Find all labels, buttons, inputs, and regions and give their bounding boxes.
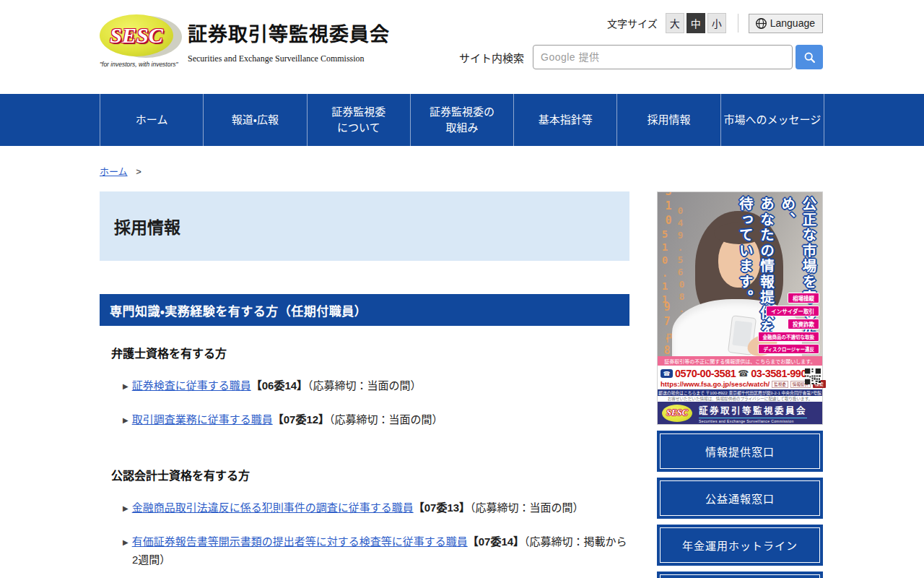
bullet-triangle-icon: ▶	[123, 538, 128, 546]
page-title: 採用情報	[114, 214, 180, 238]
job-note: （応募締切：当面の間）	[329, 413, 443, 426]
language-label: Language	[770, 17, 815, 29]
sidebar-button-label: 年金運用ホットライン	[660, 527, 820, 563]
sidebar-button-joho-teikyo[interactable]: 情報提供窓口	[657, 431, 823, 472]
mini-logo-acronym: SESC	[666, 407, 687, 418]
group-heading-accountant: 公認会計士資格を有する方	[111, 466, 629, 483]
sidebar-button-cutoff[interactable]	[657, 571, 823, 578]
list-item: ▶金融商品取引法違反に係る犯則事件の調査に従事する職員【07委13】（応募締切：…	[123, 499, 629, 517]
sidebar-button-label: 公益通報窓口	[660, 480, 820, 516]
nav-item-guidelines[interactable]: 基本指針等	[513, 94, 616, 146]
info-campaign-banner[interactable]: 310 510.11 049.56 97.87 08.12 8.5 円 公正な市…	[657, 191, 823, 425]
campaign-photo: 310 510.11 049.56 97.87 08.12 8.5 円 公正な市…	[658, 192, 822, 366]
job-code: 【07委12】	[273, 413, 329, 426]
search-icon	[803, 51, 816, 64]
nav-item-message[interactable]: 市場へのメッセージ	[720, 94, 824, 146]
job-link[interactable]: 有価証券報告書等開示書類の提出者等に対する検査等に従事する職員	[132, 535, 468, 548]
mail-address-strip: 郵送の場合はこちらまで 〒100-8922 東京都千代田区霞が関3-2-1 中央…	[658, 389, 822, 396]
privacy-note: お寄せいただいた情報は、情報提供者のプライバシーに配慮して取り扱います。	[658, 396, 822, 402]
badge: インサイダー取引	[766, 306, 819, 316]
sesc-mini-logo: SESC	[662, 405, 694, 422]
nav-item-about[interactable]: 証券監視委 について	[307, 94, 410, 146]
font-size-large-button[interactable]: 大	[666, 13, 684, 33]
sidebar-button-koeki-tsuho[interactable]: 公益通報窓口	[657, 478, 823, 519]
bullet-triangle-icon: ▶	[123, 382, 128, 390]
font-size-medium-button[interactable]: 中	[687, 13, 705, 33]
nav-item-press[interactable]: 報道・広報	[203, 94, 306, 146]
ticker-number: 310	[662, 192, 675, 228]
badge: 投資詐欺	[788, 319, 819, 329]
site-header: SESC "for investors, with investors" 証券取…	[0, 0, 924, 94]
list-item: ▶有価証券報告書等開示書類の提出者等に対する検査等に従事する職員【07委14】（…	[123, 532, 629, 569]
sidebar-button-label	[660, 574, 820, 578]
nav-item-recruit[interactable]: 採用情報	[616, 94, 720, 146]
site-search-input[interactable]	[533, 45, 793, 69]
navidial-icon: ☎	[661, 369, 673, 378]
logo-ellipse: SESC	[100, 14, 173, 56]
logo-tagline: "for investors, with investors"	[100, 61, 185, 68]
sesc-logo[interactable]: SESC "for investors, with investors"	[100, 14, 185, 68]
group-heading-lawyer: 弁護士資格を有する方	[111, 344, 629, 361]
divider	[738, 14, 738, 33]
sidebar: 310 510.11 049.56 97.87 08.12 8.5 円 公正な市…	[657, 191, 823, 578]
watch-site-url[interactable]: https://www.fsa.go.jp/sesc/watch/	[661, 380, 770, 388]
search-keyword-tag: 監視委	[772, 381, 788, 388]
global-nav: ホーム 報道・広報 証券監視委 について 証券監視委の 取組み 基本指針等 採用…	[0, 94, 924, 146]
page-title-box: 採用情報	[100, 191, 629, 261]
ticker-number: 049.56	[675, 205, 686, 279]
logo-acronym: SESC	[110, 23, 162, 48]
contact-box: ☎ 0570-00-3581 ☎ 03-3581-9909 https://ww…	[658, 366, 822, 389]
violation-badges: 相場操縦 インサイダー取引 投資詐欺 金融商品の不適切な取扱 ディスクロージャー…	[758, 293, 820, 354]
job-code: 【07委14】	[468, 535, 524, 548]
org-subtitle: Securities and Exchange Surveillance Com…	[188, 53, 390, 64]
bullet-triangle-icon: ▶	[123, 416, 128, 424]
sidebar-button-nenkin-hotline[interactable]: 年金運用ホットライン	[657, 525, 823, 566]
phone-number-navidial: 0570-00-3581	[675, 368, 736, 379]
nav-item-initiatives[interactable]: 証券監視委の 取組み	[410, 94, 513, 146]
section-heading: 専門知識・実務経験を有する方（任期付職員）	[110, 301, 367, 319]
badge: ディスクロージャー違反	[758, 344, 819, 354]
breadcrumb-home-link[interactable]: ホーム	[100, 166, 128, 177]
nav-item-home[interactable]: ホーム	[100, 94, 203, 146]
section-heading-bar: 専門知識・実務経験を有する方（任期付職員）	[100, 294, 629, 326]
sesc-banner-strip: SESC 証券取引等監視委員会 Securities and Exchange …	[658, 402, 822, 424]
bullet-triangle-icon: ▶	[123, 504, 128, 512]
sesc-strip-subtitle: Securities and Exchange Surveillance Com…	[699, 419, 807, 423]
badge: 金融商品の不適切な取扱	[758, 332, 820, 342]
badge: 相場操縦	[788, 293, 819, 303]
job-link[interactable]: 証券検査に従事する職員	[132, 379, 251, 392]
font-size-label: 文字サイズ	[607, 16, 658, 30]
globe-icon	[755, 17, 767, 30]
sidebar-button-label: 情報提供窓口	[660, 434, 820, 469]
breadcrumb-separator: >	[136, 166, 141, 177]
phone-number-tokyo: 03-3581-9909	[751, 368, 811, 379]
phone-icon: ☎	[738, 368, 749, 379]
banner-callout-strip: 証券取引等の不正に関する情報提供は、こちらまでお願いします。	[658, 356, 822, 366]
search-submit-button[interactable]	[796, 45, 823, 69]
font-size-small-button[interactable]: 小	[707, 13, 726, 33]
breadcrumb: ホーム >	[100, 146, 824, 178]
ticker-number: 510.11	[659, 228, 671, 306]
list-item: ▶証券検査に従事する職員【06委14】（応募締切：当面の間）	[123, 376, 629, 395]
job-code: 【06委14】	[251, 379, 308, 392]
job-note: （応募締切：当面の間）	[470, 501, 584, 514]
org-title: 証券取引等監視委員会	[188, 19, 390, 47]
main-content: 採用情報 専門知識・実務経験を有する方（任期付職員） 弁護士資格を有する方 ▶証…	[100, 191, 629, 578]
sesc-strip-title: 証券取引等監視委員会	[699, 403, 807, 418]
qr-code	[805, 368, 821, 384]
site-search-label: サイト内検索	[459, 50, 524, 65]
list-item: ▶取引調査業務に従事する職員【07委12】（応募締切：当面の間）	[123, 410, 629, 429]
job-link[interactable]: 取引調査業務に従事する職員	[132, 413, 273, 426]
job-link[interactable]: 金融商品取引法違反に係る犯則事件の調査に従事する職員	[132, 501, 414, 514]
language-button[interactable]: Language	[749, 14, 823, 33]
job-code: 【07委13】	[414, 501, 470, 514]
job-note: （応募締切：当面の間）	[308, 379, 422, 392]
